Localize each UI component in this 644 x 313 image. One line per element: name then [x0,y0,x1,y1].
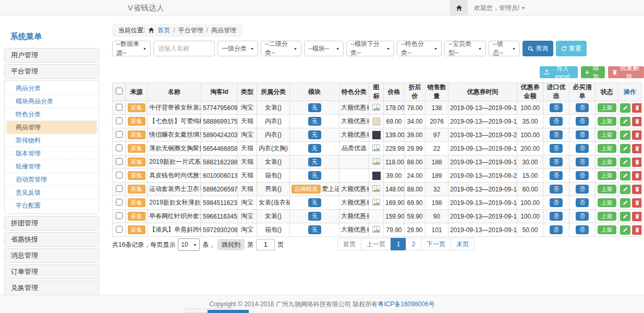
edit-button[interactable] [620,158,630,167]
row-checkbox[interactable] [116,131,123,138]
filter-select-2[interactable]: --二级分类--▼ [261,41,301,56]
edit-button[interactable] [620,144,630,153]
sidebar-group-1[interactable]: 平台管理 [4,64,99,79]
status-badge[interactable]: 上架 [598,130,616,139]
delete-button[interactable] [632,130,642,140]
sidebar-bottom-group-1[interactable]: 省惠快报 [4,232,99,247]
edit-button[interactable] [620,117,630,126]
sidebar-subitem-7[interactable]: 启动页管理 [6,173,97,186]
must-buy-badge[interactable]: 否 [576,225,589,234]
sidebar-bottom-group-3[interactable]: 订单管理 [4,264,99,279]
import-excel-button[interactable]: 导入excel [540,66,578,78]
filter-select-6[interactable]: --宝贝类型--▼ [444,41,486,56]
delete-button[interactable] [632,198,642,208]
must-buy-badge[interactable]: 否 [576,158,589,166]
filter-select-3[interactable]: --模块--▼ [304,41,344,56]
must-buy-badge[interactable]: 否 [576,212,589,221]
row-checkbox[interactable] [116,117,123,124]
status-badge[interactable]: 上架 [598,103,616,112]
home-button[interactable] [450,0,468,16]
batch-delete-button[interactable]: 批量删除 [608,66,644,78]
sidebar-subitem-5[interactable]: 版本管理 [6,147,97,160]
status-badge[interactable]: 上架 [598,171,616,180]
search-button[interactable]: 查询 [523,41,553,56]
row-checkbox[interactable] [116,199,123,206]
import-flag-badge[interactable]: 否 [550,130,563,139]
status-badge[interactable]: 上架 [598,158,616,166]
page-button-0[interactable]: 首页 [337,238,361,250]
import-flag-badge[interactable]: 否 [550,158,563,166]
row-checkbox[interactable] [116,172,123,178]
status-badge[interactable]: 上架 [598,198,616,207]
edit-button[interactable] [620,225,630,235]
sidebar-subitem-6[interactable]: 轮播管理 [6,160,97,173]
edit-button[interactable] [620,171,630,180]
import-flag-badge[interactable]: 否 [550,185,563,194]
delete-button[interactable] [632,212,642,221]
must-buy-badge[interactable]: 否 [576,198,589,207]
delete-button[interactable] [632,225,642,235]
row-checkbox[interactable] [116,145,123,151]
edit-button[interactable] [620,185,630,194]
status-badge[interactable]: 上架 [598,212,616,221]
import-flag-badge[interactable]: 否 [550,103,563,112]
sidebar-bottom-group-2[interactable]: 消息管理 [4,248,99,263]
must-buy-badge[interactable]: 否 [576,103,589,112]
import-flag-badge[interactable]: 否 [550,117,563,126]
page-size-select[interactable]: 10 ▼ [178,238,200,251]
delete-button[interactable] [632,158,642,167]
page-button-1[interactable]: 上一页 [361,238,391,250]
page-number-input[interactable] [256,239,275,250]
icp-link[interactable]: 粤ICP备16098006号 [378,300,434,308]
edit-button[interactable] [620,212,630,221]
sidebar-bottom-group-0[interactable]: 拼团管理 [4,216,99,231]
delete-button[interactable] [632,185,642,194]
status-badge[interactable]: 上架 [598,117,616,126]
delete-button[interactable] [632,117,642,126]
sidebar-subitem-3[interactable]: 商品管理 [6,121,97,134]
edit-button[interactable] [620,130,630,140]
delete-button[interactable] [632,103,642,113]
row-checkbox[interactable] [116,158,123,165]
breadcrumb-home-link[interactable]: 首页 [157,26,170,35]
name-search-input[interactable] [153,41,215,56]
sidebar-subitem-0[interactable]: 商品分类 [6,82,97,95]
jump-button[interactable]: 跳转到 [217,239,245,250]
row-checkbox[interactable] [116,104,123,111]
row-checkbox[interactable] [116,226,123,233]
filter-select-4[interactable]: --模块下分类--▼ [346,41,394,56]
filter-select-0[interactable]: --数据来源--▼ [112,41,151,56]
must-buy-badge[interactable]: 否 [576,185,589,194]
filter-select-1[interactable]: 一级分类▼ [217,41,258,56]
sidebar-bottom-group-4[interactable]: 兑换管理 [4,281,99,295]
import-flag-badge[interactable]: 否 [550,144,563,153]
add-button[interactable]: + 添加 [581,66,605,78]
sidebar-subitem-8[interactable]: 意见反馈 [6,186,97,199]
user-menu[interactable]: 欢迎您，管理员! ▾ [468,0,525,16]
reset-button[interactable]: 重置 [556,41,587,56]
sidebar-subitem-2[interactable]: 特色分类 [6,108,97,121]
import-flag-badge[interactable]: 否 [550,212,563,221]
import-flag-badge[interactable]: 否 [550,198,563,207]
edit-button[interactable] [620,198,630,208]
must-buy-badge[interactable]: 否 [576,130,589,139]
page-button-5[interactable]: 末页 [451,238,475,250]
import-flag-badge[interactable]: 否 [550,171,563,180]
status-badge[interactable]: 上架 [598,225,616,234]
delete-button[interactable] [632,144,642,153]
row-checkbox[interactable] [116,185,123,192]
page-button-3[interactable]: 2 [406,238,421,250]
sidebar-subitem-1[interactable]: 模块商品分类 [6,95,97,108]
import-flag-badge[interactable]: 否 [550,225,563,234]
status-badge[interactable]: 上架 [598,185,616,194]
sidebar-subitem-4[interactable]: 宣传物料 [6,134,97,147]
filter-select-7[interactable]: --状态--▼ [489,41,520,56]
delete-button[interactable] [632,171,642,180]
row-checkbox[interactable] [116,212,123,219]
status-badge[interactable]: 上架 [598,144,616,153]
page-button-2[interactable]: 1 [391,238,406,250]
must-buy-badge[interactable]: 否 [576,171,589,180]
edit-button[interactable] [620,103,630,113]
sidebar-group-0[interactable]: 用户管理 [4,48,99,63]
filter-select-5[interactable]: --特色分类--▼ [397,41,442,56]
